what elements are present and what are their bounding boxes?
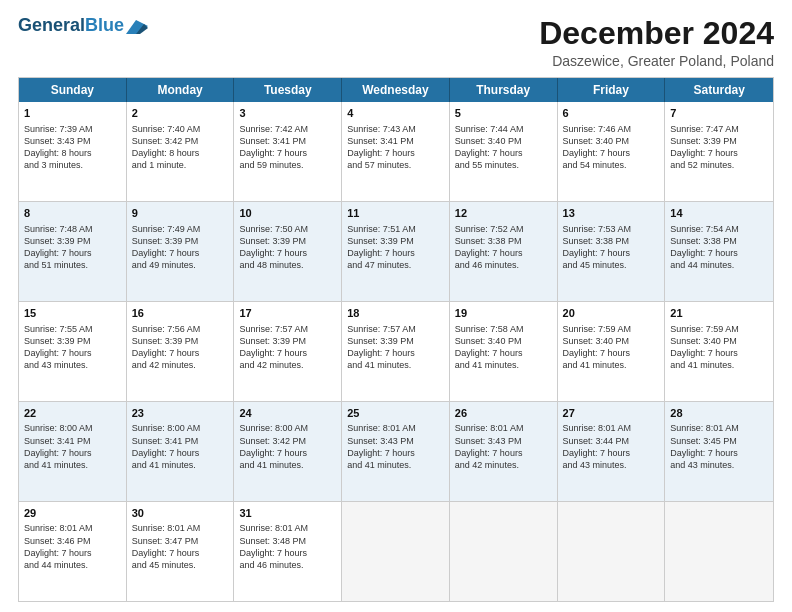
day-cell-31: 31Sunrise: 8:01 AMSunset: 3:48 PMDayligh… <box>234 502 342 601</box>
day-cell-11: 11Sunrise: 7:51 AMSunset: 3:39 PMDayligh… <box>342 202 450 301</box>
day-details: Sunrise: 8:00 AMSunset: 3:41 PMDaylight:… <box>24 422 121 471</box>
day-number: 29 <box>24 506 121 521</box>
day-details: Sunrise: 8:01 AMSunset: 3:48 PMDaylight:… <box>239 522 336 571</box>
header: GeneralBlue December 2024 Daszewice, Gre… <box>18 16 774 69</box>
day-details: Sunrise: 7:58 AMSunset: 3:40 PMDaylight:… <box>455 323 552 372</box>
day-number: 30 <box>132 506 229 521</box>
day-number: 20 <box>563 306 660 321</box>
day-details: Sunrise: 7:42 AMSunset: 3:41 PMDaylight:… <box>239 123 336 172</box>
day-details: Sunrise: 8:00 AMSunset: 3:42 PMDaylight:… <box>239 422 336 471</box>
day-number: 18 <box>347 306 444 321</box>
day-details: Sunrise: 7:57 AMSunset: 3:39 PMDaylight:… <box>347 323 444 372</box>
header-day-monday: Monday <box>127 78 235 102</box>
day-number: 5 <box>455 106 552 121</box>
empty-cell <box>342 502 450 601</box>
day-cell-24: 24Sunrise: 8:00 AMSunset: 3:42 PMDayligh… <box>234 402 342 501</box>
day-cell-29: 29Sunrise: 8:01 AMSunset: 3:46 PMDayligh… <box>19 502 127 601</box>
day-cell-13: 13Sunrise: 7:53 AMSunset: 3:38 PMDayligh… <box>558 202 666 301</box>
day-number: 25 <box>347 406 444 421</box>
day-number: 17 <box>239 306 336 321</box>
day-cell-12: 12Sunrise: 7:52 AMSunset: 3:38 PMDayligh… <box>450 202 558 301</box>
empty-cell <box>558 502 666 601</box>
day-cell-23: 23Sunrise: 8:00 AMSunset: 3:41 PMDayligh… <box>127 402 235 501</box>
day-cell-15: 15Sunrise: 7:55 AMSunset: 3:39 PMDayligh… <box>19 302 127 401</box>
day-details: Sunrise: 7:46 AMSunset: 3:40 PMDaylight:… <box>563 123 660 172</box>
day-details: Sunrise: 7:53 AMSunset: 3:38 PMDaylight:… <box>563 223 660 272</box>
day-number: 15 <box>24 306 121 321</box>
day-number: 3 <box>239 106 336 121</box>
day-number: 27 <box>563 406 660 421</box>
day-cell-10: 10Sunrise: 7:50 AMSunset: 3:39 PMDayligh… <box>234 202 342 301</box>
day-cell-14: 14Sunrise: 7:54 AMSunset: 3:38 PMDayligh… <box>665 202 773 301</box>
day-number: 2 <box>132 106 229 121</box>
header-day-thursday: Thursday <box>450 78 558 102</box>
day-details: Sunrise: 8:01 AMSunset: 3:44 PMDaylight:… <box>563 422 660 471</box>
day-number: 12 <box>455 206 552 221</box>
logo: GeneralBlue <box>18 16 148 36</box>
calendar-row-4: 22Sunrise: 8:00 AMSunset: 3:41 PMDayligh… <box>19 401 773 501</box>
day-cell-18: 18Sunrise: 7:57 AMSunset: 3:39 PMDayligh… <box>342 302 450 401</box>
day-details: Sunrise: 7:59 AMSunset: 3:40 PMDaylight:… <box>670 323 768 372</box>
calendar-row-5: 29Sunrise: 8:01 AMSunset: 3:46 PMDayligh… <box>19 501 773 601</box>
header-day-friday: Friday <box>558 78 666 102</box>
day-number: 31 <box>239 506 336 521</box>
day-cell-19: 19Sunrise: 7:58 AMSunset: 3:40 PMDayligh… <box>450 302 558 401</box>
day-number: 28 <box>670 406 768 421</box>
day-details: Sunrise: 7:50 AMSunset: 3:39 PMDaylight:… <box>239 223 336 272</box>
subtitle: Daszewice, Greater Poland, Poland <box>539 53 774 69</box>
day-cell-1: 1Sunrise: 7:39 AMSunset: 3:43 PMDaylight… <box>19 102 127 201</box>
empty-cell <box>665 502 773 601</box>
day-number: 1 <box>24 106 121 121</box>
day-details: Sunrise: 7:47 AMSunset: 3:39 PMDaylight:… <box>670 123 768 172</box>
day-details: Sunrise: 7:59 AMSunset: 3:40 PMDaylight:… <box>563 323 660 372</box>
day-details: Sunrise: 7:44 AMSunset: 3:40 PMDaylight:… <box>455 123 552 172</box>
day-details: Sunrise: 7:39 AMSunset: 3:43 PMDaylight:… <box>24 123 121 172</box>
day-number: 23 <box>132 406 229 421</box>
day-details: Sunrise: 8:01 AMSunset: 3:43 PMDaylight:… <box>347 422 444 471</box>
day-number: 9 <box>132 206 229 221</box>
day-cell-17: 17Sunrise: 7:57 AMSunset: 3:39 PMDayligh… <box>234 302 342 401</box>
day-number: 13 <box>563 206 660 221</box>
day-details: Sunrise: 7:43 AMSunset: 3:41 PMDaylight:… <box>347 123 444 172</box>
calendar: SundayMondayTuesdayWednesdayThursdayFrid… <box>18 77 774 602</box>
day-details: Sunrise: 7:40 AMSunset: 3:42 PMDaylight:… <box>132 123 229 172</box>
title-block: December 2024 Daszewice, Greater Poland,… <box>539 16 774 69</box>
day-number: 11 <box>347 206 444 221</box>
day-details: Sunrise: 7:49 AMSunset: 3:39 PMDaylight:… <box>132 223 229 272</box>
day-number: 24 <box>239 406 336 421</box>
day-details: Sunrise: 7:52 AMSunset: 3:38 PMDaylight:… <box>455 223 552 272</box>
day-details: Sunrise: 8:01 AMSunset: 3:47 PMDaylight:… <box>132 522 229 571</box>
day-cell-3: 3Sunrise: 7:42 AMSunset: 3:41 PMDaylight… <box>234 102 342 201</box>
day-number: 22 <box>24 406 121 421</box>
day-cell-2: 2Sunrise: 7:40 AMSunset: 3:42 PMDaylight… <box>127 102 235 201</box>
day-cell-21: 21Sunrise: 7:59 AMSunset: 3:40 PMDayligh… <box>665 302 773 401</box>
day-cell-25: 25Sunrise: 8:01 AMSunset: 3:43 PMDayligh… <box>342 402 450 501</box>
day-number: 8 <box>24 206 121 221</box>
day-cell-8: 8Sunrise: 7:48 AMSunset: 3:39 PMDaylight… <box>19 202 127 301</box>
day-number: 4 <box>347 106 444 121</box>
calendar-body: 1Sunrise: 7:39 AMSunset: 3:43 PMDaylight… <box>19 102 773 601</box>
day-cell-4: 4Sunrise: 7:43 AMSunset: 3:41 PMDaylight… <box>342 102 450 201</box>
day-cell-5: 5Sunrise: 7:44 AMSunset: 3:40 PMDaylight… <box>450 102 558 201</box>
day-details: Sunrise: 8:01 AMSunset: 3:46 PMDaylight:… <box>24 522 121 571</box>
day-details: Sunrise: 7:57 AMSunset: 3:39 PMDaylight:… <box>239 323 336 372</box>
day-cell-6: 6Sunrise: 7:46 AMSunset: 3:40 PMDaylight… <box>558 102 666 201</box>
day-number: 16 <box>132 306 229 321</box>
day-number: 21 <box>670 306 768 321</box>
day-details: Sunrise: 7:54 AMSunset: 3:38 PMDaylight:… <box>670 223 768 272</box>
calendar-row-3: 15Sunrise: 7:55 AMSunset: 3:39 PMDayligh… <box>19 301 773 401</box>
day-cell-9: 9Sunrise: 7:49 AMSunset: 3:39 PMDaylight… <box>127 202 235 301</box>
day-cell-28: 28Sunrise: 8:01 AMSunset: 3:45 PMDayligh… <box>665 402 773 501</box>
day-cell-22: 22Sunrise: 8:00 AMSunset: 3:41 PMDayligh… <box>19 402 127 501</box>
calendar-header: SundayMondayTuesdayWednesdayThursdayFrid… <box>19 78 773 102</box>
day-cell-30: 30Sunrise: 8:01 AMSunset: 3:47 PMDayligh… <box>127 502 235 601</box>
day-details: Sunrise: 8:00 AMSunset: 3:41 PMDaylight:… <box>132 422 229 471</box>
day-number: 14 <box>670 206 768 221</box>
header-day-saturday: Saturday <box>665 78 773 102</box>
day-cell-7: 7Sunrise: 7:47 AMSunset: 3:39 PMDaylight… <box>665 102 773 201</box>
logo-text: GeneralBlue <box>18 16 124 36</box>
calendar-row-2: 8Sunrise: 7:48 AMSunset: 3:39 PMDaylight… <box>19 201 773 301</box>
logo-icon <box>126 20 148 34</box>
day-cell-16: 16Sunrise: 7:56 AMSunset: 3:39 PMDayligh… <box>127 302 235 401</box>
page: GeneralBlue December 2024 Daszewice, Gre… <box>0 0 792 612</box>
